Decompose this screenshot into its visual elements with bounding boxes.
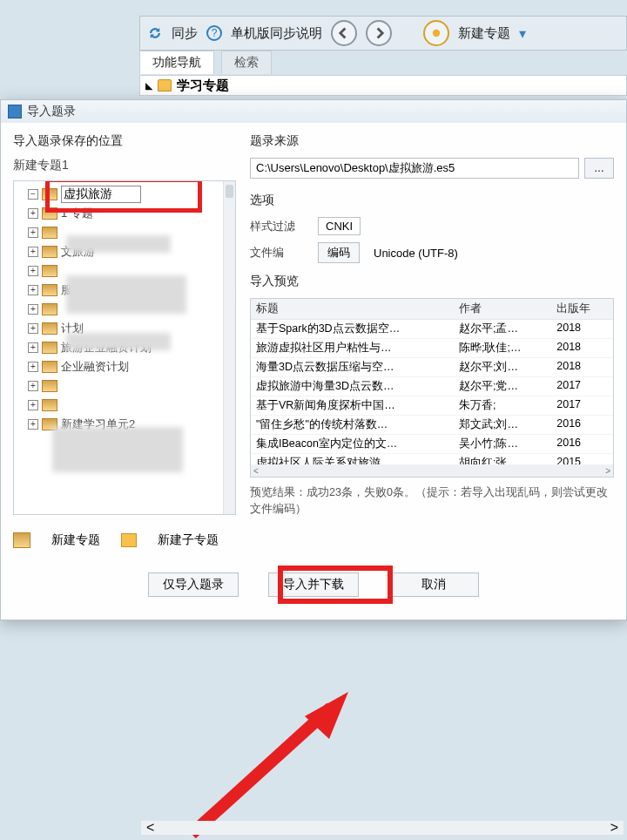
col-author: 作者 [454, 299, 551, 319]
cell-year: 2018 [551, 358, 613, 376]
cell-title: "留住乡愁"的传统村落数… [251, 416, 454, 434]
encoding-button[interactable]: 编码 [318, 242, 360, 263]
preview-result: 预览结果：成功23条，失败0条。（提示：若导入出现乱码，则尝试更改文件编码） [250, 484, 614, 518]
tree-row[interactable]: + [14, 396, 235, 415]
preview-table[interactable]: 标题 作者 出版年 基于Spark的3D点云数据空…赵尔平;孟…2018旅游虚拟… [250, 298, 614, 478]
style-filter-label: 样式过滤 [250, 219, 304, 234]
cell-author: 朱万香; [454, 396, 551, 415]
cell-author: 吴小竹;陈… [454, 435, 551, 453]
table-row[interactable]: 集成IBeacon室内定位的文…吴小竹;陈…2016 [251, 435, 613, 454]
new-topic-btn[interactable]: 新建专题 [51, 532, 100, 548]
table-row[interactable]: 虚拟旅游中海量3D点云数…赵尔平;党…2017 [251, 377, 613, 396]
table-row[interactable]: 旅游虚拟社区用户粘性与…陈晔;耿佳;…2018 [251, 339, 613, 358]
expand-icon[interactable]: + [28, 227, 38, 238]
tree-collapse-icon[interactable]: ◣ [145, 80, 152, 91]
source-label: 题录来源 [250, 133, 614, 149]
tree-row[interactable]: +企业融资计划 [14, 357, 235, 376]
expand-icon[interactable]: + [28, 342, 38, 353]
encoding-label: 文件编 [250, 245, 304, 261]
cell-year: 2016 [551, 435, 613, 453]
sync-desc[interactable]: 单机版同步说明 [231, 25, 322, 42]
folder-pen-icon [42, 284, 57, 296]
cell-year: 2017 [551, 377, 613, 396]
expand-icon[interactable]: + [28, 285, 38, 295]
svg-line-1 [192, 708, 331, 834]
cell-title: 海量3D点云数据压缩与空… [251, 358, 454, 376]
sync-label[interactable]: 同步 [172, 25, 198, 42]
source-path-input[interactable] [250, 158, 579, 179]
expand-icon[interactable]: − [28, 189, 38, 200]
cell-title: 旅游虚拟社区用户粘性与… [251, 339, 454, 357]
folder-pen-icon [42, 303, 57, 315]
tree-row[interactable]: + [14, 376, 235, 396]
expand-icon[interactable]: + [28, 208, 38, 219]
import-only-button[interactable]: 仅导入题录 [148, 572, 239, 597]
style-filter-select[interactable]: CNKI [318, 217, 361, 235]
cell-author: 赵尔平;孟… [454, 320, 551, 338]
cell-title: 基于Spark的3D点云数据空… [251, 320, 454, 338]
newtopic-icon[interactable] [423, 20, 449, 46]
folder-pen-icon [42, 322, 57, 335]
tree-row-editing[interactable]: − [14, 185, 235, 204]
expand-icon[interactable]: + [28, 304, 38, 315]
cell-year: 2016 [551, 416, 613, 434]
dialog-title: 导入题录 [27, 104, 76, 119]
cell-author: 郑文武;刘… [454, 416, 551, 434]
app-toolbar: 同步 ? 单机版同步说明 新建专题 ▾ [139, 16, 627, 51]
nav-fwd-button[interactable] [366, 20, 392, 46]
left-panel: 导入题录保存的位置 新建专题1 − +1 专题++文旅游++服务++计划+旅游企… [13, 133, 236, 548]
encoding-value: Unicode (UTF-8) [374, 247, 458, 260]
cell-title: 虚拟旅游中海量3D点云数… [251, 377, 454, 396]
folder-pen-icon [42, 207, 57, 220]
cell-title: 集成IBeacon室内定位的文… [251, 435, 454, 453]
folder-tree[interactable]: − +1 专题++文旅游++服务++计划+旅游企业融资计划+企业融资计划+++新… [13, 180, 236, 515]
expand-icon[interactable]: + [28, 266, 38, 276]
new-sub-icon [121, 533, 137, 547]
table-row[interactable]: 基于Spark的3D点云数据空…赵尔平;孟…2018 [251, 320, 613, 339]
svg-marker-2 [305, 692, 348, 739]
cell-title: 基于VR新闻角度探析中国… [251, 396, 454, 415]
newtopic-label[interactable]: 新建专题 [458, 25, 510, 42]
tree-root-label: 学习专题 [177, 78, 229, 94]
annotation-arrow [174, 690, 374, 838]
tree-scrollbar[interactable] [223, 181, 235, 514]
dropdown-icon[interactable]: ▾ [519, 25, 526, 42]
right-panel: 题录来源 … 选项 样式过滤 CNKI 文件编 编码 Unicode (UTF-… [250, 133, 614, 548]
svg-point-0 [433, 30, 440, 37]
browse-button[interactable]: … [584, 158, 614, 179]
table-row[interactable]: 海量3D点云数据压缩与空…赵尔平;刘…2018 [251, 358, 613, 377]
nav-back-button[interactable] [331, 20, 357, 46]
tab-search[interactable]: 检索 [221, 51, 272, 74]
expand-icon[interactable]: + [28, 362, 38, 372]
import-download-button[interactable]: 导入并下载 [268, 572, 359, 597]
expand-icon[interactable]: + [28, 400, 38, 410]
window-hscroll[interactable]: <> [141, 821, 624, 835]
cell-author: 赵尔平;刘… [454, 358, 551, 376]
table-hscroll[interactable]: <> [251, 464, 613, 477]
tab-nav[interactable]: 功能导航 [139, 51, 214, 74]
new-sub-btn[interactable]: 新建子专题 [158, 532, 219, 548]
folder-name-input[interactable] [61, 186, 141, 203]
preview-label: 导入预览 [250, 274, 614, 289]
dialog-icon [8, 105, 22, 119]
col-year: 出版年 [551, 299, 613, 319]
expand-icon[interactable]: + [28, 323, 38, 334]
help-icon[interactable]: ? [206, 25, 222, 41]
bg-tree-root[interactable]: ◣ 学习专题 [139, 75, 627, 96]
folder-pen-icon [42, 342, 57, 354]
dialog-titlebar: 导入题录 [1, 100, 626, 123]
tree-row[interactable]: +1 专题 [14, 204, 235, 223]
tree-row-label: 企业融资计划 [61, 359, 129, 375]
cell-author: 陈晔;耿佳;… [454, 339, 551, 357]
table-row[interactable]: 基于VR新闻角度探析中国…朱万香;2017 [251, 396, 613, 416]
table-row[interactable]: "留住乡愁"的传统村落数…郑文武;刘…2016 [251, 416, 613, 435]
expand-icon[interactable]: + [28, 247, 38, 257]
expand-icon[interactable]: + [28, 381, 38, 391]
expand-icon[interactable]: + [28, 419, 38, 430]
folder-pen-icon [42, 188, 57, 200]
cancel-button[interactable]: 取消 [388, 572, 479, 597]
tree-title: 新建专题1 [13, 158, 236, 173]
save-pos-label: 导入题录保存的位置 [13, 133, 236, 149]
col-title: 标题 [251, 299, 454, 319]
sync-icon [147, 25, 163, 41]
